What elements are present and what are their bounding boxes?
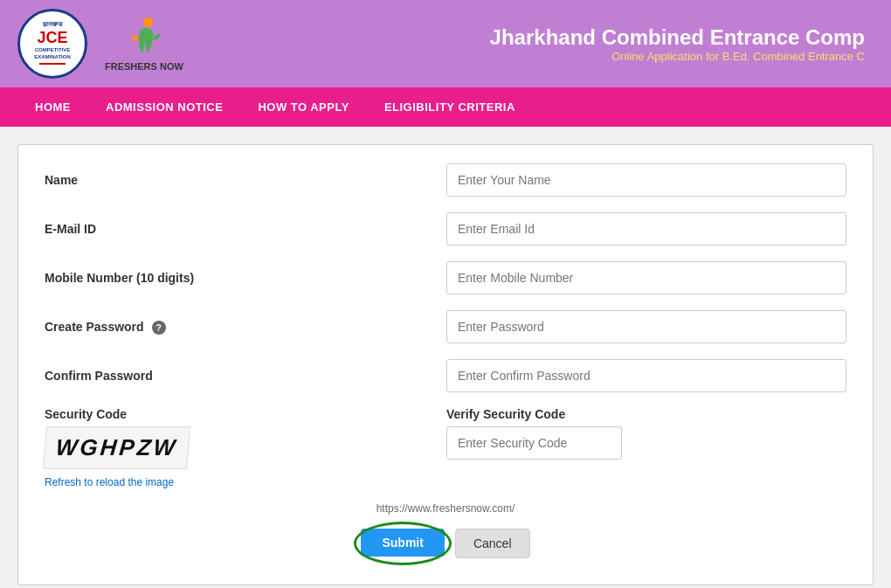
email-row: E-Mail ID bbox=[45, 211, 846, 246]
freshers-logo: FRESHERS NOW bbox=[105, 16, 183, 72]
security-code-row: Security Code WGHPZW Refresh to reload t… bbox=[45, 407, 846, 488]
security-left: Security Code WGHPZW Refresh to reload t… bbox=[45, 407, 446, 488]
submit-wrapper: Submit bbox=[361, 529, 444, 558]
password-help-icon[interactable]: ? bbox=[152, 321, 166, 335]
password-row: Create Password ? bbox=[45, 309, 846, 344]
submit-button[interactable]: Submit bbox=[361, 529, 444, 557]
nav-eligibility-criteria[interactable]: ELIGIBILITY CRITERIA bbox=[367, 87, 533, 127]
svg-point-0 bbox=[143, 17, 153, 27]
confirm-password-row: Confirm Password bbox=[45, 358, 846, 393]
form-buttons: Submit Cancel bbox=[45, 529, 846, 558]
nav-home[interactable]: HOME bbox=[17, 87, 88, 127]
main-nav: HOME ADMISSION NOTICE HOW TO APPLY ELIGI… bbox=[0, 87, 891, 127]
nav-admission-notice[interactable]: ADMISSION NOTICE bbox=[88, 87, 240, 127]
nav-how-to-apply[interactable]: HOW TO APPLY bbox=[240, 87, 366, 127]
captcha-image: WGHPZW bbox=[43, 426, 191, 469]
page-header: झारखण्ड JCE COMPETITIVEEXAMINATION FRESH… bbox=[0, 0, 891, 87]
verify-security-label: Verify Security Code bbox=[446, 407, 846, 421]
security-code-input[interactable] bbox=[446, 426, 622, 460]
security-code-label: Security Code bbox=[45, 407, 446, 421]
site-title: Jharkhand Combined Entrance Comp bbox=[490, 25, 865, 50]
cancel-button[interactable]: Cancel bbox=[455, 529, 530, 558]
password-label: Create Password ? bbox=[45, 320, 446, 335]
name-label: Name bbox=[45, 173, 446, 187]
header-title-block: Jharkhand Combined Entrance Comp Online … bbox=[490, 25, 874, 63]
mobile-label: Mobile Number (10 digits) bbox=[45, 271, 446, 285]
jcece-logo: झारखण्ड JCE COMPETITIVEEXAMINATION bbox=[17, 9, 87, 79]
refresh-captcha-link[interactable]: Refresh to reload the image bbox=[45, 476, 446, 488]
freshers-label: FRESHERS NOW bbox=[105, 61, 183, 72]
main-content: Name E-Mail ID Mobile Number (10 digits)… bbox=[0, 127, 891, 588]
registration-form: Name E-Mail ID Mobile Number (10 digits)… bbox=[17, 144, 874, 585]
site-subtitle: Online Application for B.Ed. Combined En… bbox=[490, 50, 865, 63]
confirm-password-input[interactable] bbox=[446, 359, 846, 392]
email-input[interactable] bbox=[446, 212, 846, 246]
mobile-row: Mobile Number (10 digits) bbox=[45, 260, 846, 295]
email-label: E-Mail ID bbox=[45, 222, 446, 236]
confirm-password-label: Confirm Password bbox=[45, 369, 446, 383]
name-row: Name bbox=[45, 163, 846, 197]
url-display: https://www.freshersnow.com/ bbox=[45, 502, 846, 515]
mobile-input[interactable] bbox=[446, 261, 846, 294]
name-input[interactable] bbox=[446, 163, 846, 197]
security-right: Verify Security Code bbox=[446, 407, 846, 460]
password-input[interactable] bbox=[446, 310, 846, 343]
